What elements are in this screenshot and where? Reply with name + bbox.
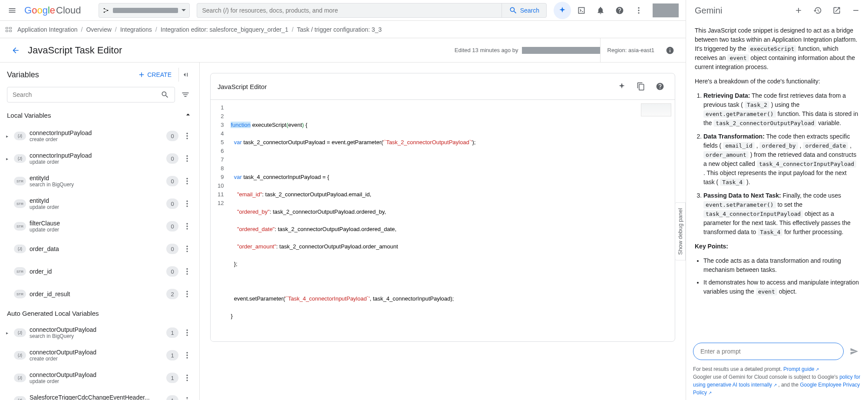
variable-row[interactable]: STRentityIdupdate order0 bbox=[0, 192, 199, 215]
crumb-3[interactable]: Integration editor: salesforce_bigquery_… bbox=[161, 26, 288, 33]
variable-row[interactable]: STRorder_id_result2 bbox=[0, 283, 199, 305]
svg-point-20 bbox=[186, 228, 188, 229]
section-auto-variables[interactable]: Auto Generated Local Variables bbox=[0, 305, 199, 321]
gemini-footer: For best results use a detailed prompt. … bbox=[686, 365, 868, 400]
variable-name: connectorOutputPayload bbox=[30, 349, 163, 356]
svg-point-35 bbox=[186, 357, 188, 358]
expand-icon[interactable]: ▸ bbox=[3, 397, 10, 400]
svg-point-36 bbox=[186, 375, 188, 376]
variable-menu-button[interactable] bbox=[182, 327, 192, 338]
history-icon[interactable] bbox=[809, 2, 826, 19]
send-button[interactable] bbox=[847, 344, 861, 358]
minimize-icon[interactable] bbox=[847, 2, 865, 19]
variable-subtitle: search in BigQuery bbox=[30, 182, 163, 188]
copy-icon[interactable] bbox=[633, 79, 649, 94]
svg-point-26 bbox=[186, 273, 188, 274]
variable-row[interactable]: ▸{J}connectorInputPayloadcreate order0 bbox=[0, 125, 199, 147]
variable-subtitle: create order bbox=[30, 356, 163, 362]
search-icon bbox=[161, 90, 169, 99]
variable-row[interactable]: {J}connectorOutputPayloadupdate order1 bbox=[0, 367, 199, 389]
variable-menu-button[interactable] bbox=[182, 289, 192, 299]
section-local-variables[interactable]: Local Variables bbox=[0, 106, 199, 125]
region-selector[interactable]: Region: asia-east1 bbox=[600, 38, 661, 62]
variable-row[interactable]: {J}order_data0 bbox=[0, 238, 199, 260]
ai-assist-icon[interactable] bbox=[614, 79, 630, 94]
avatar[interactable] bbox=[653, 3, 679, 17]
crumb-0[interactable]: Application Integration bbox=[17, 26, 78, 33]
variable-name: SalesforceTriggerCdcChangeEventHeader... bbox=[30, 394, 163, 400]
variable-menu-button[interactable] bbox=[182, 153, 192, 164]
variable-menu-button[interactable] bbox=[182, 373, 192, 383]
usage-count: 0 bbox=[166, 244, 178, 254]
type-chip: {J} bbox=[14, 328, 26, 337]
expand-icon[interactable]: ▸ bbox=[3, 155, 10, 162]
svg-point-22 bbox=[186, 248, 188, 249]
usage-count: 0 bbox=[166, 266, 178, 277]
expand-icon[interactable]: ▸ bbox=[3, 329, 10, 336]
svg-point-5 bbox=[638, 12, 639, 13]
variable-name: entityId bbox=[30, 175, 163, 182]
usage-count: 2 bbox=[166, 289, 178, 299]
svg-point-19 bbox=[186, 225, 188, 227]
svg-point-39 bbox=[186, 397, 188, 399]
topbar: Google Cloud Search bbox=[0, 0, 686, 21]
variable-row[interactable]: ▸{J}SalesforceTriggerCdcChangeEventHeade… bbox=[0, 389, 199, 400]
expand-icon[interactable] bbox=[3, 223, 10, 230]
gemini-spark-icon[interactable] bbox=[554, 2, 571, 19]
editor-help-icon[interactable] bbox=[652, 79, 668, 94]
variable-row[interactable]: STRorder_id0 bbox=[0, 260, 199, 283]
type-chip: STR bbox=[14, 290, 26, 298]
info-icon[interactable] bbox=[661, 42, 679, 59]
notifications-icon[interactable] bbox=[592, 2, 609, 19]
variable-row[interactable]: ▸{J}connectorOutputPayloadsearch in BigQ… bbox=[0, 321, 199, 344]
type-chip: {J} bbox=[14, 374, 26, 382]
back-button[interactable] bbox=[7, 42, 24, 59]
create-variable-button[interactable]: CREATE bbox=[138, 71, 172, 79]
project-selector[interactable] bbox=[99, 3, 190, 18]
crumb-4[interactable]: Task / trigger configuration: 3_3 bbox=[297, 26, 382, 33]
search-input[interactable] bbox=[197, 7, 502, 14]
gemini-prompt-input[interactable] bbox=[693, 343, 844, 360]
cloud-shell-icon[interactable] bbox=[573, 2, 590, 19]
variable-row[interactable]: {J}connectorOutputPayloadcreate order1 bbox=[0, 344, 199, 367]
variable-menu-button[interactable] bbox=[182, 350, 192, 360]
editor-name-redacted bbox=[522, 47, 600, 54]
variable-menu-button[interactable] bbox=[182, 176, 192, 186]
variable-menu-button[interactable] bbox=[182, 266, 192, 277]
menu-icon[interactable] bbox=[3, 2, 21, 19]
prompt-guide-link[interactable]: Prompt guide bbox=[783, 366, 819, 372]
editor-title: JavaScript Editor bbox=[218, 83, 267, 90]
collapse-sidebar-button[interactable] bbox=[178, 68, 192, 82]
expand-icon[interactable] bbox=[3, 352, 10, 359]
variable-menu-button[interactable] bbox=[182, 395, 192, 400]
expand-icon[interactable] bbox=[3, 268, 10, 275]
code-editor[interactable]: 123456789101112 function executeScript(e… bbox=[211, 100, 675, 341]
open-external-icon[interactable] bbox=[828, 2, 845, 19]
breadcrumb: Application Integration/ Overview/ Integ… bbox=[0, 21, 686, 38]
variable-menu-button[interactable] bbox=[182, 198, 192, 209]
expand-icon[interactable]: ▸ bbox=[3, 132, 10, 139]
more-icon[interactable] bbox=[630, 2, 647, 19]
expand-icon[interactable] bbox=[3, 200, 10, 207]
variable-row[interactable]: STRentityIdsearch in BigQuery0 bbox=[0, 170, 199, 192]
search-button[interactable]: Search bbox=[502, 3, 546, 17]
crumb-2[interactable]: Integrations bbox=[120, 26, 152, 33]
crumb-1[interactable]: Overview bbox=[86, 26, 111, 33]
google-cloud-logo[interactable]: Google Cloud bbox=[24, 5, 81, 16]
expand-icon[interactable] bbox=[3, 374, 10, 381]
variable-row[interactable]: ▸{J}connectorInputPayloadupdate order0 bbox=[0, 147, 199, 170]
variable-menu-button[interactable] bbox=[182, 221, 192, 231]
show-debug-panel-button[interactable]: Show debug panel bbox=[675, 202, 686, 261]
variable-search-input[interactable] bbox=[13, 91, 161, 98]
variable-menu-button[interactable] bbox=[182, 244, 192, 254]
expand-icon[interactable] bbox=[3, 178, 10, 185]
expand-icon[interactable] bbox=[3, 245, 10, 252]
variable-row[interactable]: STRfilterClauseupdate order0 bbox=[0, 215, 199, 238]
minimap[interactable] bbox=[641, 103, 671, 116]
variable-menu-button[interactable] bbox=[182, 131, 192, 141]
filter-button[interactable] bbox=[178, 88, 192, 102]
new-chat-icon[interactable] bbox=[790, 2, 807, 19]
help-icon[interactable] bbox=[611, 2, 628, 19]
expand-icon[interactable] bbox=[3, 291, 10, 298]
usage-count: 1 bbox=[166, 350, 178, 360]
